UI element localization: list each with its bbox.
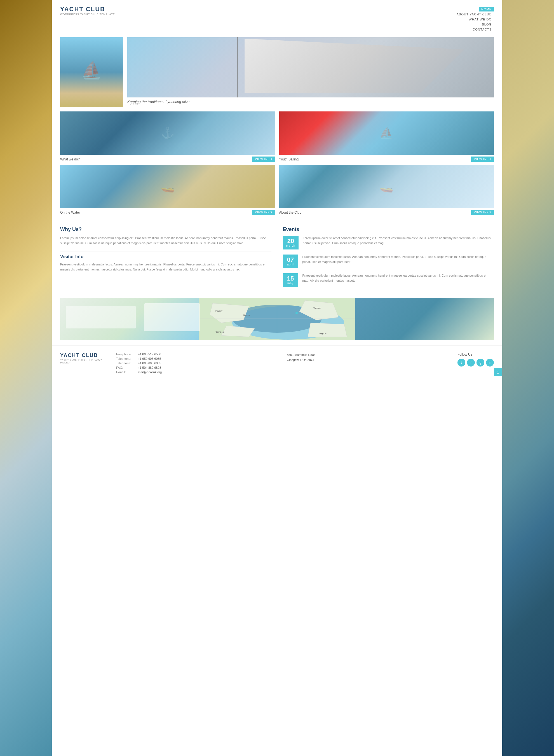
logo-subtitle: WORDPRESS YACHT CLUB TEMPLATE xyxy=(60,13,115,16)
footer-freephone: Freephone: +1 800 519 6580 xyxy=(116,353,281,356)
telephone2-value: +1 800 603 6035 xyxy=(138,361,161,365)
sailing-close-image: ⚓ xyxy=(60,111,275,155)
fax-label: FAX: xyxy=(116,366,136,369)
event-date-box-2: 07 april xyxy=(283,255,298,268)
event-item-1: 20 march Lorem ipsum dolor sit amet cons… xyxy=(283,236,494,249)
sail-image-bg: ⛵ xyxy=(127,37,494,97)
image-grid: ⛵ ⛵ < 2 / 3 Keeping the traditions of ya… xyxy=(52,35,502,221)
logo-title: YACHT CLUB xyxy=(60,6,115,13)
card3-view-info-btn[interactable]: VIEW INFO xyxy=(252,210,275,215)
nav-what-we-do[interactable]: WHAT WE DO xyxy=(466,17,494,21)
nav-blog[interactable]: BLOG xyxy=(480,22,494,27)
scroll-top-btn[interactable]: 1 xyxy=(494,368,502,376)
card2-title: Youth Sailing xyxy=(279,157,299,161)
event-date-box-3: 15 may xyxy=(283,273,298,287)
svg-text:+: + xyxy=(295,308,296,310)
header: YACHT CLUB WORDPRESS YACHT CLUB TEMPLATE… xyxy=(52,0,502,35)
email-label: E-mail: xyxy=(116,370,136,374)
fax-value: +1 504 889 9898 xyxy=(138,366,161,369)
telephone1-label: Telephone: xyxy=(116,357,136,360)
nav-contacts[interactable]: CONTACTS xyxy=(470,27,494,32)
map-section: Fauury Nabara Topene Campole Logene + xyxy=(52,298,502,345)
middle-row: ⚓ What we do? VIEW INFO ⛵ Youth Sailing … xyxy=(60,111,494,163)
event-date-box-1: 20 march xyxy=(283,236,299,249)
footer: YACHT CLUB YACHT CLUB © 2014 · PRIVACY P… xyxy=(52,345,502,382)
card2-view-info-btn[interactable]: VIEW INFO xyxy=(471,156,494,162)
svg-text:Campole: Campole xyxy=(215,331,225,333)
why-us-heading: Why Us? xyxy=(60,226,271,233)
event-text-2: Praesent vestibulum molestie lacus. Aene… xyxy=(302,255,494,264)
svg-point-14 xyxy=(295,312,298,314)
map-svg: Fauury Nabara Topene Campole Logene + xyxy=(60,298,494,340)
event-item-3: 15 may Praesent vestibulum molestie lacu… xyxy=(283,273,494,287)
speedboat-image: 🚤 xyxy=(279,165,494,208)
card3-footer: On the Water VIEW INFO xyxy=(60,208,275,216)
email-value: mail@dnolink.org xyxy=(138,370,162,374)
person-sailing-image: ⛵ xyxy=(60,37,123,107)
freephone-value: +1 800 519 6580 xyxy=(138,353,161,356)
event-day-3: 15 xyxy=(286,275,295,282)
google-plus-icon[interactable]: g xyxy=(477,359,484,366)
red-sail-image: ⛵ xyxy=(279,111,494,155)
footer-logo-title: YACHT CLUB xyxy=(60,353,111,358)
event-month-2: april xyxy=(286,263,295,266)
events-heading: Events xyxy=(283,226,494,233)
twitter-icon[interactable]: t xyxy=(457,359,465,366)
hero-image-left: ⛵ xyxy=(60,37,123,107)
main-nav: HOME ABOUT YACHT CLUB WHAT WE DO BLOG CO… xyxy=(454,7,494,32)
why-us-text: Lorem ipsum dolor sit amet consectetur a… xyxy=(60,236,271,246)
logo-area: YACHT CLUB WORDPRESS YACHT CLUB TEMPLATE xyxy=(60,6,115,16)
nav-about[interactable]: ABOUT YACHT CLUB xyxy=(454,12,494,16)
freephone-label: Freephone: xyxy=(116,353,136,356)
footer-logo-area: YACHT CLUB YACHT CLUB © 2014 · PRIVACY P… xyxy=(60,353,111,364)
card-on-the-water: 🚤 On the Water VIEW INFO xyxy=(60,165,275,216)
card1-footer: What we do? VIEW INFO xyxy=(60,155,275,163)
slide-caption: Keeping the traditions of yachting alive xyxy=(127,97,494,106)
events-column: Events 20 march Lorem ipsum dolor sit am… xyxy=(277,226,494,292)
visitor-info-text: Praesent vestibulum malesuada lacus. Aen… xyxy=(60,262,271,272)
boat-dark-image: 🚤 xyxy=(60,165,275,208)
event-month-3: may xyxy=(286,282,295,285)
svg-text:Topene: Topene xyxy=(313,307,321,309)
facebook-icon[interactable]: f xyxy=(467,359,475,366)
map-container[interactable]: Fauury Nabara Topene Campole Logene + xyxy=(60,298,494,340)
why-events-section: Why Us? Lorem ipsum dolor sit amet conse… xyxy=(52,221,502,298)
footer-logo-subtitle: YACHT CLUB © 2014 · PRIVACY POLICY xyxy=(60,358,111,364)
footer-telephone1: Telephone: +1 959 603 6035 xyxy=(116,357,281,360)
footer-contact: Freephone: +1 800 519 6580 Telephone: +1… xyxy=(116,353,281,375)
slide-image: ⛵ xyxy=(127,37,494,97)
card1-title: What we do? xyxy=(60,157,80,161)
bg-left-panel xyxy=(0,0,52,756)
card-youth-sailing: ⛵ Youth Sailing VIEW INFO xyxy=(279,111,494,163)
telephone1-value: +1 959 603 6035 xyxy=(138,357,161,360)
social-icons: t f g in xyxy=(457,359,494,366)
event-text-3: Praesent vestibulum molestie lacus. Aene… xyxy=(302,273,494,283)
svg-text:Fauury: Fauury xyxy=(215,310,222,312)
nav-home[interactable]: HOME xyxy=(479,7,494,11)
visitor-info-heading: Visitor Info xyxy=(60,251,271,259)
footer-social: Follow Us t f g in xyxy=(457,353,494,366)
follow-us-text: Follow Us xyxy=(457,353,494,356)
event-day-1: 20 xyxy=(286,238,295,244)
linkedin-icon[interactable]: in xyxy=(486,359,494,366)
why-us-column: Why Us? Lorem ipsum dolor sit amet conse… xyxy=(60,226,277,292)
main-container: YACHT CLUB WORDPRESS YACHT CLUB TEMPLATE… xyxy=(52,0,502,756)
event-day-2: 07 xyxy=(286,257,295,263)
footer-email: E-mail: mail@dnolink.org xyxy=(116,370,281,374)
bottom-row: 🚤 On the Water VIEW INFO 🚤 About the Clu… xyxy=(60,165,494,216)
address-line1: 8501 Mammua Road xyxy=(287,353,452,358)
card-about-club: 🚤 About the Club VIEW INFO xyxy=(279,165,494,216)
footer-telephone2: Telephone: +1 800 603 6035 xyxy=(116,361,281,365)
footer-address: 8501 Mammua Road Glasgow, DO4 89GR. xyxy=(287,353,452,362)
top-row: ⛵ ⛵ < 2 / 3 Keeping the traditions of ya… xyxy=(60,37,494,107)
event-text-1: Lorem ipsum dolor sit amet consectetur a… xyxy=(303,236,494,246)
event-item-2: 07 april Praesent vestibulum molestie la… xyxy=(283,255,494,268)
address-line2: Glasgow, DO4 89GR. xyxy=(287,358,452,363)
card4-title: About the Club xyxy=(279,211,301,214)
card4-view-info-btn[interactable]: VIEW INFO xyxy=(471,210,494,215)
svg-text:Nabara: Nabara xyxy=(243,314,250,316)
event-month-1: march xyxy=(286,244,295,247)
card1-view-info-btn[interactable]: VIEW INFO xyxy=(252,156,275,162)
card-what-we-do: ⚓ What we do? VIEW INFO xyxy=(60,111,275,163)
card2-footer: Youth Sailing VIEW INFO xyxy=(279,155,494,163)
